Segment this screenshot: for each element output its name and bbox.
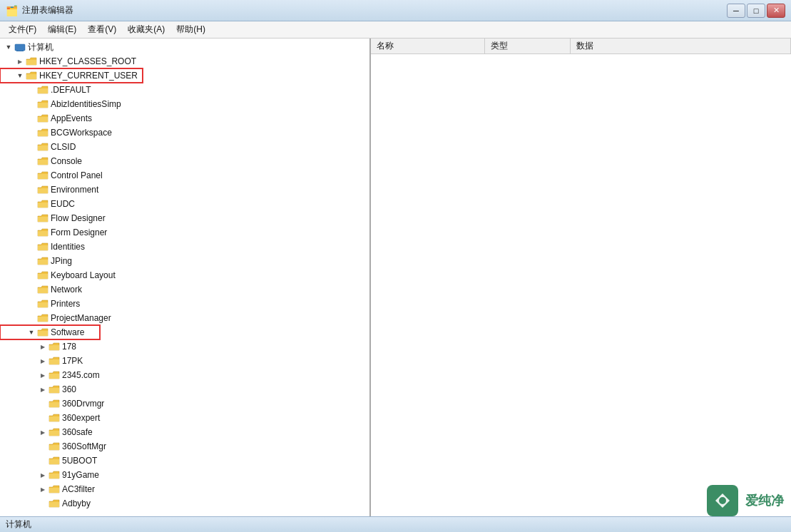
toggle-software[interactable]: ▼ [26,327,37,338]
tree-item-360expert[interactable]: ▶ 360expert [0,411,369,425]
tree-item-computer[interactable]: ▼ 计算机 [0,40,369,54]
360drvmgr-label: 360Drvmgr [62,399,104,409]
toggle-360[interactable]: ▶ [37,384,49,395]
folder-software [37,327,49,337]
folder-network [37,285,49,295]
status-text: 计算机 [6,518,31,531]
folder-default [37,85,49,95]
main-area: ▼ 计算机 ▶ HKEY_CLASSES_ROOT ▼ H [0,39,791,516]
tree-item-network[interactable]: ▶ Network [0,282,369,297]
tree-item-controlpanel[interactable]: ▶ Control Panel [0,168,369,183]
tree-item-printers[interactable]: ▶ Printers [0,297,369,311]
tree-item-default[interactable]: ▶ .DEFAULT [0,83,369,97]
right-pane: 名称 类型 数据 [371,39,791,516]
tree-item-clsid[interactable]: ▶ CLSID [0,140,369,154]
folder-eudc [37,199,49,209]
window-controls: ─ □ ✕ [727,4,785,18]
toggle-17pk[interactable]: ▶ [37,355,49,367]
tree-item-identities[interactable]: ▶ Identities [0,240,369,254]
tree-item-adbyby[interactable]: ▶ Adbyby [0,496,369,511]
toggle-hkcr[interactable]: ▶ [14,56,26,67]
statusbar: 计算机 [0,516,791,532]
tree-item-eudc[interactable]: ▶ EUDC [0,197,369,211]
tree-item-jping[interactable]: ▶ JPing [0,254,369,268]
folder-icon-hkcr [26,56,37,66]
tree-item-hkcu[interactable]: ▼ HKEY_CURRENT_USER [0,68,143,83]
default-label: .DEFAULT [51,85,91,95]
tree-item-17pk[interactable]: ▶ 17PK [0,354,369,368]
menu-view[interactable]: 查看(V) [82,22,122,37]
tree-item-178[interactable]: ▶ 178 [0,339,369,354]
folder-jping [37,256,49,266]
360-label: 360 [62,384,76,394]
menu-help[interactable]: 帮助(H) [170,22,211,37]
tree-item-360drvmgr[interactable]: ▶ 360Drvmgr [0,397,369,411]
5uboot-label: 5UBOOT [62,456,97,466]
tree-item-software[interactable]: ▼ Software [0,325,100,339]
maximize-button[interactable]: □ [747,4,765,18]
clsid-label: CLSID [51,142,76,152]
tree-item-91ygame[interactable]: ▶ 91yGame [0,468,369,482]
bcg-label: BCGWorkspace [51,128,112,138]
svg-rect-0 [15,44,25,51]
tree-item-ac3filter[interactable]: ▶ AC3filter [0,482,369,496]
svg-rect-2 [16,51,24,51]
tree-item-2345[interactable]: ▶ 2345.com [0,368,369,382]
folder-clsid [37,142,49,152]
ac3filter-label: AC3filter [62,484,95,494]
toggle-2345[interactable]: ▶ [37,369,49,381]
toggle-ac3filter[interactable]: ▶ [37,484,49,495]
360softmgr-label: 360SoftMgr [62,441,106,451]
toggle-91ygame[interactable]: ▶ [37,469,49,481]
toggle-178[interactable]: ▶ [37,341,49,352]
tree-item-flowdesigner[interactable]: ▶ Flow Designer [0,211,369,225]
toggle-360safe[interactable]: ▶ [37,426,49,438]
controlpanel-label: Control Panel [51,170,103,180]
tree-item-360softmgr[interactable]: ▶ 360SoftMgr [0,439,369,454]
minimize-button[interactable]: ─ [727,4,745,18]
tree-item-environment[interactable]: ▶ Environment [0,183,369,197]
folder-abiz [37,99,49,109]
registry-tree[interactable]: ▼ 计算机 ▶ HKEY_CLASSES_ROOT ▼ H [0,39,371,516]
folder-178 [49,342,60,352]
360expert-label: 360expert [62,413,100,423]
tree-item-hkcr[interactable]: ▶ HKEY_CLASSES_ROOT [0,54,369,68]
menu-file[interactable]: 文件(F) [3,22,42,37]
tree-item-bcg[interactable]: ▶ BCGWorkspace [0,126,369,140]
folder-controlpanel [37,170,49,180]
folder-identities [37,242,49,252]
tree-root: ▼ 计算机 ▶ HKEY_CLASSES_ROOT ▼ H [0,39,369,512]
menu-edit[interactable]: 编辑(E) [42,22,82,37]
menu-favorites[interactable]: 收藏夹(A) [122,22,170,37]
91ygame-label: 91yGame [62,470,99,480]
tree-item-console[interactable]: ▶ Console [0,154,369,168]
folder-360 [49,384,60,394]
col-header-type: 类型 [485,39,571,53]
tree-item-360safe[interactable]: ▶ 360safe [0,425,369,439]
tree-item-5uboot[interactable]: ▶ 5UBOOT [0,454,369,468]
tree-item-formdesigner[interactable]: ▶ Form Designer [0,225,369,240]
printers-label: Printers [51,299,80,309]
close-button[interactable]: ✕ [767,4,785,18]
tree-item-appevents[interactable]: ▶ AppEvents [0,111,369,126]
folder-formdesigner [37,227,49,237]
software-label: Software [51,327,84,337]
hkcu-label: HKEY_CURRENT_USER [39,71,138,81]
computer-icon [14,42,26,52]
network-label: Network [51,285,82,295]
folder-projectmanager [37,313,49,323]
col-header-name: 名称 [371,39,485,53]
tree-item-projectmanager[interactable]: ▶ ProjectManager [0,311,369,325]
folder-91ygame [49,470,60,480]
tree-item-keyboardlayout[interactable]: ▶ Keyboard Layout [0,268,369,282]
2345-label: 2345.com [62,370,100,380]
tree-item-360[interactable]: ▶ 360 [0,382,369,397]
toggle-computer[interactable]: ▼ [3,41,14,53]
360safe-label: 360safe [62,427,93,437]
flowdesigner-label: Flow Designer [51,213,106,223]
toggle-hkcu[interactable]: ▼ [14,70,26,81]
folder-360safe [49,427,60,437]
menubar: 文件(F) 编辑(E) 查看(V) 收藏夹(A) 帮助(H) [0,21,791,39]
abiz-label: AbizIdentitiesSimp [51,99,121,109]
tree-item-abiz[interactable]: ▶ AbizIdentitiesSimp [0,97,369,111]
